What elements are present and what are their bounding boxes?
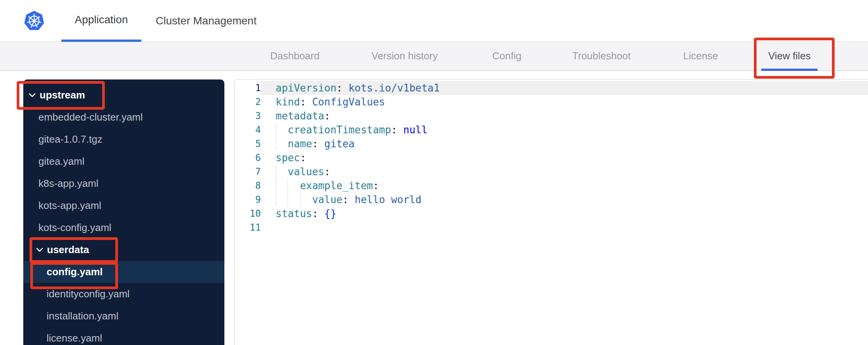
tree-item-label: gitea-1.0.7.tgz — [38, 133, 102, 145]
line-text[interactable]: creationTimestamp: null — [261, 123, 868, 137]
code-token — [318, 208, 325, 219]
code-token: {} — [324, 208, 336, 219]
chevron-down-icon — [36, 248, 43, 252]
line-text[interactable]: example_item: — [261, 179, 868, 193]
line-number: 9 — [234, 193, 261, 207]
line-number: 3 — [234, 109, 261, 123]
tree-item-label: gitea.yaml — [38, 155, 85, 167]
line-text[interactable]: value: hello world — [261, 193, 868, 207]
code-token — [276, 166, 288, 178]
indent-guide — [288, 193, 288, 207]
code-token — [342, 82, 349, 94]
code-token — [397, 124, 403, 136]
file-item-kots-config-yaml[interactable]: kots-config.yaml — [23, 217, 224, 239]
file-item-installation-yaml[interactable]: installation.yaml — [23, 305, 224, 327]
file-item-embedded-cluster-yaml[interactable]: embedded-cluster.yaml — [23, 106, 224, 128]
tree-item-label: userdata — [47, 244, 89, 256]
line-number: 1 — [234, 81, 261, 95]
subtab-version-history[interactable]: Version history — [365, 42, 445, 71]
line-text[interactable]: status: {} — [261, 207, 868, 221]
file-contents-viewer[interactable]: 1apiVersion: kots.io/v1beta12kind: Confi… — [234, 79, 868, 345]
indent-guide — [276, 123, 276, 137]
line-text[interactable]: spec: — [261, 151, 868, 165]
folder-upstream[interactable]: upstream — [23, 84, 224, 106]
subtab-config[interactable]: Config — [485, 42, 528, 71]
app-subnav: DashboardVersion historyConfigTroublesho… — [0, 42, 868, 71]
code-token: metadata — [276, 110, 324, 122]
code-token: kots.io/v1beta1 — [349, 82, 440, 94]
line-text[interactable]: metadata: — [261, 109, 868, 123]
tree-item-label: config.yaml — [47, 266, 102, 278]
line-text[interactable] — [261, 221, 868, 235]
file-item-license-yaml[interactable]: license.yaml — [23, 327, 224, 345]
tree-item-label: kots-config.yaml — [38, 222, 111, 234]
chevron-down-icon — [29, 93, 36, 97]
file-item-gitea-yaml[interactable]: gitea.yaml — [23, 150, 224, 172]
code-token — [306, 96, 312, 108]
code-token: : — [324, 166, 330, 178]
file-item-identityconfig-yaml[interactable]: identityconfig.yaml — [23, 283, 224, 305]
code-token: : — [312, 138, 318, 150]
file-item-k8s-app-yaml[interactable]: k8s-app.yaml — [23, 172, 224, 195]
tree-item-label: kots-app.yaml — [38, 200, 101, 212]
line-text[interactable]: name: gitea — [261, 137, 868, 151]
subtab-license[interactable]: License — [676, 42, 725, 71]
code-token: values — [288, 166, 324, 178]
code-line: 4 creationTimestamp: null — [234, 123, 868, 137]
line-text[interactable]: values: — [261, 165, 868, 179]
tree-item-label: upstream — [40, 89, 85, 101]
indent-guide — [288, 179, 288, 193]
file-item-config-yaml[interactable]: config.yaml — [23, 261, 224, 283]
code-token — [276, 194, 312, 205]
code-token: spec — [276, 152, 300, 164]
code-token — [349, 194, 355, 205]
line-number: 2 — [234, 95, 261, 109]
subtab-dashboard[interactable]: Dashboard — [263, 42, 326, 71]
subtab-troubleshoot[interactable]: Troubleshoot — [565, 42, 638, 71]
subtab-view-files[interactable]: View files — [761, 42, 818, 71]
code-line: 3metadata: — [234, 109, 868, 123]
code-token: kind — [276, 96, 300, 108]
tree-item-label: license.yaml — [47, 332, 102, 344]
primary-nav: ApplicationCluster Management — [0, 0, 868, 42]
line-text[interactable]: kind: ConfigValues — [261, 95, 868, 109]
tree-item-label: identityconfig.yaml — [47, 288, 130, 300]
code-token: example_item — [300, 180, 373, 191]
tree-item-label: installation.yaml — [47, 310, 118, 322]
code-token: : — [300, 96, 306, 108]
code-token: : — [312, 208, 318, 219]
line-number: 10 — [234, 207, 261, 221]
file-tree: upstreamembedded-cluster.yamlgitea-1.0.7… — [23, 79, 224, 345]
line-number: 6 — [234, 151, 261, 165]
line-number: 5 — [234, 137, 261, 151]
indent-guide — [276, 179, 276, 193]
indent-guide — [276, 137, 276, 151]
code-editor[interactable]: 1apiVersion: kots.io/v1beta12kind: Confi… — [234, 81, 868, 235]
tab-cluster-management[interactable]: Cluster Management — [154, 0, 259, 42]
code-token: ConfigValues — [312, 96, 385, 108]
code-token: gitea — [324, 138, 354, 150]
line-number: 8 — [234, 179, 261, 193]
code-line: 2kind: ConfigValues — [234, 95, 868, 109]
code-line: 9 value: hello world — [234, 193, 868, 207]
code-token: null — [403, 124, 428, 136]
primary-tabs: ApplicationCluster Management — [0, 0, 868, 42]
line-text[interactable]: apiVersion: kots.io/v1beta1 — [261, 81, 868, 95]
file-item-kots-app-yaml[interactable]: kots-app.yaml — [23, 195, 224, 217]
code-token: status — [276, 208, 312, 219]
code-line: 10status: {} — [234, 207, 868, 221]
code-token: : — [391, 124, 397, 136]
code-line: 5 name: gitea — [234, 137, 868, 151]
code-token: value — [312, 194, 342, 205]
tree-item-label: embedded-cluster.yaml — [38, 111, 143, 123]
tree-item-label: k8s-app.yaml — [38, 178, 99, 190]
tab-application[interactable]: Application — [61, 0, 141, 42]
code-token — [318, 138, 325, 150]
indent-guide — [276, 165, 276, 179]
code-token: hello world — [355, 194, 422, 205]
code-line: 1apiVersion: kots.io/v1beta1 — [234, 81, 868, 95]
folder-userdata[interactable]: userdata — [23, 239, 224, 261]
file-item-gitea-1-0-7-tgz[interactable]: gitea-1.0.7.tgz — [23, 128, 224, 150]
code-token: : — [300, 152, 306, 164]
code-token: name — [288, 138, 312, 150]
